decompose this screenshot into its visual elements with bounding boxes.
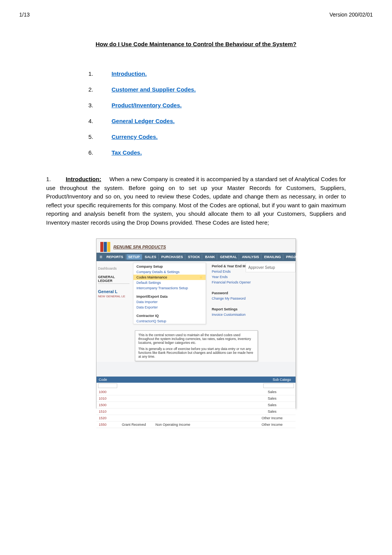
cell-code: 1000 <box>99 390 122 394</box>
cell-category: Sales <box>251 397 293 400</box>
dropdown-link-invoice-customisation[interactable]: Invoice Customisation <box>212 312 273 317</box>
app-brand-name: RENUME SPA PRODUCTS <box>113 245 166 249</box>
cell-desc <box>122 410 251 413</box>
toc-link-product-inventory[interactable]: Product/Inventory Codes. <box>111 102 182 108</box>
column-header-code[interactable]: Code <box>99 378 122 382</box>
toc-number: 4. <box>88 118 110 124</box>
app-logo-icon <box>100 242 110 252</box>
dropdown-link-company-details[interactable]: Company Details & Settings <box>133 269 206 275</box>
cell-code: 1010 <box>99 397 122 400</box>
dropdown-heading-company-setup: Company Setup <box>133 263 206 269</box>
table-row[interactable]: 1510 Sales <box>96 408 296 415</box>
toc-link-tax[interactable]: Tax Codes. <box>111 149 142 156</box>
cell-category: Sales <box>251 390 293 394</box>
cell-category: Sales <box>251 410 293 413</box>
table-row[interactable]: 1500 Sales <box>96 402 296 408</box>
dropdown-heading-import-export: Import/Export Data <box>133 293 206 299</box>
sidebar: Dashboards GENERAL LEDGER General L NEW … <box>96 261 131 362</box>
dropdown-link-data-importer[interactable]: Data Importer <box>133 299 206 305</box>
cell-code: 1500 <box>99 403 122 407</box>
toc-item: 5. Currency Codes. <box>88 133 373 140</box>
toc-item: 6. Tax Codes. <box>88 149 373 156</box>
gl-code-table: Code Sub Catego 1000 Sales 1010 Sales 15… <box>96 377 296 428</box>
sidebar-gl-heading: General L <box>98 289 130 294</box>
intro-text: When a new Company is created it is acco… <box>46 176 346 226</box>
filter-input-subcategory[interactable] <box>263 383 294 388</box>
toc-number: 5. <box>88 133 110 140</box>
approver-setup-panel: Approver Setup <box>246 263 296 272</box>
app-content: Dashboards GENERAL LEDGER General L NEW … <box>96 261 296 362</box>
cell-desc <box>122 416 251 420</box>
sidebar-new-gl-link[interactable]: NEW GENERAL LE <box>98 295 130 298</box>
column-header-subcategory[interactable]: Sub Catego <box>122 378 293 382</box>
hamburger-icon[interactable]: ≡ <box>100 254 102 260</box>
svg-rect-0 <box>100 242 103 252</box>
toc-number: 3. <box>88 102 110 108</box>
dropdown-heading-password: Password <box>212 290 273 296</box>
nav-purchases[interactable]: PURCHASES <box>159 254 186 260</box>
filter-input-code[interactable] <box>98 383 117 388</box>
tooltip-paragraph-2: This is generally a once off exercise be… <box>138 347 254 358</box>
nav-analysis[interactable]: ANALYSIS <box>240 254 261 260</box>
cell-category: Other Income <box>251 416 293 420</box>
nav-projects[interactable]: PROJECTS <box>284 254 307 260</box>
star-icon: ☆ <box>199 275 203 279</box>
table-of-contents: 1. Introduction. 2. Customer and Supplie… <box>88 70 373 156</box>
svg-rect-2 <box>107 242 110 252</box>
dropdown-link-intercompany[interactable]: Intercompany Transactions Setup <box>133 285 206 291</box>
nav-sales[interactable]: SALES <box>143 254 159 260</box>
tooltip-help-text: This is the central screen used to maint… <box>135 330 258 361</box>
table-row[interactable]: 1550 Grant Received Non Operating Income… <box>96 422 296 428</box>
toc-link-introduction[interactable]: Introduction. <box>111 70 147 77</box>
table-filter-row <box>96 383 296 389</box>
embedded-screenshot: RENUME SPA PRODUCTS ≡ REPORTS SETUP SALE… <box>96 238 296 408</box>
table-row[interactable]: 1000 Sales <box>96 389 296 395</box>
toc-item: 1. Introduction. <box>88 70 373 77</box>
nav-bank[interactable]: BANK <box>203 254 217 260</box>
toc-item: 4. General Ledger Codes. <box>88 118 373 124</box>
intro-paragraph: 1. Introduction: When a new Company is c… <box>46 175 346 227</box>
app-header: RENUME SPA PRODUCTS <box>96 239 296 253</box>
toc-number: 6. <box>88 149 110 156</box>
dropdown-link-change-password[interactable]: Change My Password <box>212 296 273 301</box>
page-header: 1/13 Version 200/02/01 <box>19 12 373 18</box>
tooltip-paragraph-1: This is the central screen used to maint… <box>138 333 254 345</box>
toc-number: 1. <box>88 70 110 77</box>
toc-number: 2. <box>88 86 110 93</box>
main-navbar: ≡ REPORTS SETUP SALES PURCHASES STOCK BA… <box>96 253 296 261</box>
cell-desc <box>122 397 251 400</box>
nav-emailing[interactable]: EMAILING <box>262 254 283 260</box>
toc-item: 3. Product/Inventory Codes. <box>88 102 373 108</box>
cell-desc <box>122 390 251 394</box>
toc-link-currency[interactable]: Currency Codes. <box>111 133 158 140</box>
cell-desc: Grant Received Non Operating Income <box>122 423 251 427</box>
dropdown-link-financial-periods[interactable]: Financial Periods Opener <box>212 280 273 285</box>
cell-category: Other Income <box>251 423 293 427</box>
document-title: How do I Use Code Maintenance to Control… <box>19 41 373 47</box>
sidebar-dashboards[interactable]: Dashboards <box>98 267 130 270</box>
version-label: Version 200/02/01 <box>329 12 373 18</box>
nav-reports[interactable]: REPORTS <box>105 254 126 260</box>
dropdown-link-contractoriq-setup[interactable]: ContractorIQ Setup <box>133 318 206 324</box>
table-header-row: Code Sub Catego <box>96 377 296 383</box>
intro-heading: Introduction: <box>66 176 101 182</box>
nav-setup[interactable]: SETUP <box>126 254 142 260</box>
dropdown-link-default-settings[interactable]: Default Settings <box>133 280 206 285</box>
intro-number: 1. <box>46 176 51 182</box>
cell-desc <box>122 403 251 407</box>
page-number: 1/13 <box>19 12 30 18</box>
cell-category: Sales <box>251 403 293 407</box>
svg-rect-1 <box>104 242 107 252</box>
nav-stock[interactable]: STOCK <box>186 254 202 260</box>
toc-link-customer-supplier[interactable]: Customer and Supplier Codes. <box>111 86 196 93</box>
dropdown-link-codes-maintenance[interactable]: Codes Maintenance☆ <box>133 275 206 280</box>
nav-general[interactable]: GENERAL <box>218 254 239 260</box>
dropdown-heading-report-settings: Report Settings <box>212 306 273 312</box>
table-row[interactable]: 1010 Sales <box>96 395 296 402</box>
dropdown-link-year-ends[interactable]: Year Ends <box>212 274 273 280</box>
cell-code: 1550 <box>99 423 122 427</box>
table-row[interactable]: 1520 Other Income <box>96 415 296 422</box>
dropdown-link-data-exporter[interactable]: Data Exporter <box>133 305 206 310</box>
toc-link-general-ledger[interactable]: General Ledger Codes. <box>111 118 174 124</box>
toc-item: 2. Customer and Supplier Codes. <box>88 86 373 93</box>
